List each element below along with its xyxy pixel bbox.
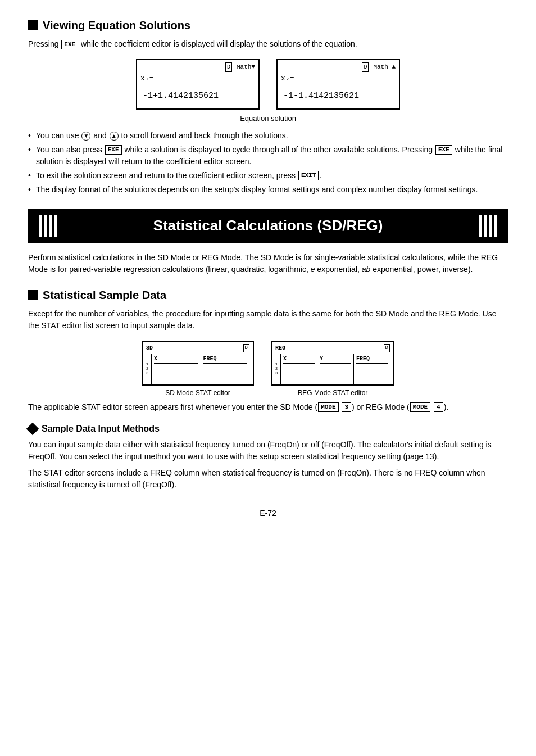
stat-sample-intro: Except for the number of variables, the …: [28, 308, 508, 332]
reg-col-freq: FREQ: [354, 354, 390, 385]
mode-key-2: MODE: [410, 402, 430, 412]
viewing-section: Viewing Equation Solutions Pressing EXE …: [28, 17, 508, 196]
reg-col-x: X: [281, 354, 317, 385]
screen1-icon: D: [225, 62, 232, 72]
up-arrow-icon: ▲: [110, 132, 119, 141]
reg-mode-label: REG: [275, 344, 285, 352]
sd-left-bar: 123: [146, 354, 152, 385]
bullet-2: You can also press EXE while a solution …: [28, 144, 508, 168]
stripe-6: [484, 215, 487, 237]
viewing-title: Viewing Equation Solutions: [43, 17, 190, 34]
banner-text: Statistical Calculations (SD/REG): [57, 215, 479, 237]
stat-sample-title: Statistical Sample Data: [43, 287, 166, 304]
sample-input-title: Sample Data Input Methods: [42, 422, 160, 436]
stat-sample-section: Statistical Sample Data Except for the n…: [28, 287, 508, 413]
stat-sample-heading: Statistical Sample Data: [28, 287, 508, 304]
exe-key: EXE: [61, 40, 78, 49]
reg-d-icon: D: [384, 344, 390, 353]
bullet-4: The display format of the solutions depe…: [28, 184, 508, 196]
stripe-2: [44, 215, 47, 237]
sd-caption: SD Mode STAT editor: [165, 388, 230, 398]
sample-input-para2: The STAT editor screens include a FREQ c…: [28, 467, 508, 491]
sd-mode-label: SD: [146, 344, 153, 352]
black-square-icon: [28, 20, 38, 30]
sd-screen-wrap: SD D 123 X FREQ SD Mod: [142, 341, 254, 398]
screen-x1: D Math▼ x₁= -1+1.4142135621: [136, 59, 260, 110]
screen2-icon: D: [362, 62, 369, 72]
viewing-bullets: You can use ▼ and ▲ to scroll forward an…: [28, 130, 508, 196]
banner-stripes-right: [479, 215, 497, 237]
sd-col-x: X: [152, 354, 201, 385]
sd-col-freq: FREQ: [201, 354, 250, 385]
sd-screen: SD D 123 X FREQ: [142, 341, 254, 386]
key-4: 4: [434, 402, 443, 412]
down-arrow-icon: ▼: [81, 132, 90, 141]
key-3: 3: [342, 402, 351, 412]
screen2-mode: Math ▲: [373, 62, 396, 72]
mode-key-1: MODE: [318, 402, 338, 412]
bullet-3: To exit the solution screen and return t…: [28, 170, 508, 182]
reg-caption: REG Mode STAT editor: [298, 388, 368, 398]
screen1-var: x₁=: [140, 73, 255, 84]
screen1-value: -1+1.4142135621: [140, 90, 255, 103]
page-number: E-72: [28, 508, 508, 519]
viewing-heading: Viewing Equation Solutions: [28, 17, 508, 34]
stripe-5: [479, 215, 482, 237]
exe-key-3: EXE: [435, 145, 452, 155]
main-banner: Statistical Calculations (SD/REG): [28, 209, 508, 243]
sd-d-icon: D: [243, 344, 249, 353]
stripe-3: [49, 215, 52, 237]
banner-intro: Perform statistical calculations in the …: [28, 252, 508, 275]
screen-x2: D Math ▲ x₂= -1-1.4142135621: [276, 59, 400, 110]
diamond-icon: [26, 422, 39, 435]
screen2-value: -1-1.4142135621: [281, 90, 396, 103]
sample-input-heading: Sample Data Input Methods: [28, 422, 508, 436]
reg-left-bar: 123: [275, 354, 281, 385]
reg-col-y: Y: [317, 354, 354, 385]
exit-key: EXIT: [298, 171, 319, 180]
sample-input-section: Sample Data Input Methods You can input …: [28, 422, 508, 491]
reg-screen: REG D 123 X Y FREQ: [271, 341, 394, 386]
viewing-intro: Pressing EXE while the coefficient edito…: [28, 38, 508, 50]
reg-screen-wrap: REG D 123 X Y FREQ: [271, 341, 394, 398]
stripe-7: [489, 215, 492, 237]
sample-input-para1: You can input sample data either with st…: [28, 439, 508, 463]
banner-stripes-left: [39, 215, 57, 237]
screen2-var: x₂=: [281, 73, 396, 84]
screen1-mode: Math▼: [237, 62, 255, 72]
exe-key-2: EXE: [105, 145, 122, 155]
equation-caption: Equation solution: [28, 113, 508, 124]
stat-screens: SD D 123 X FREQ SD Mod: [28, 341, 508, 398]
bullet-1: You can use ▼ and ▲ to scroll forward an…: [28, 130, 508, 142]
black-square-icon-2: [28, 290, 38, 300]
stat-note: The applicable STAT editor screen appear…: [28, 401, 508, 413]
stripe-1: [39, 215, 42, 237]
stripe-8: [494, 215, 497, 237]
equation-screens: D Math▼ x₁= -1+1.4142135621 D Math ▲ x₂=…: [28, 59, 508, 110]
